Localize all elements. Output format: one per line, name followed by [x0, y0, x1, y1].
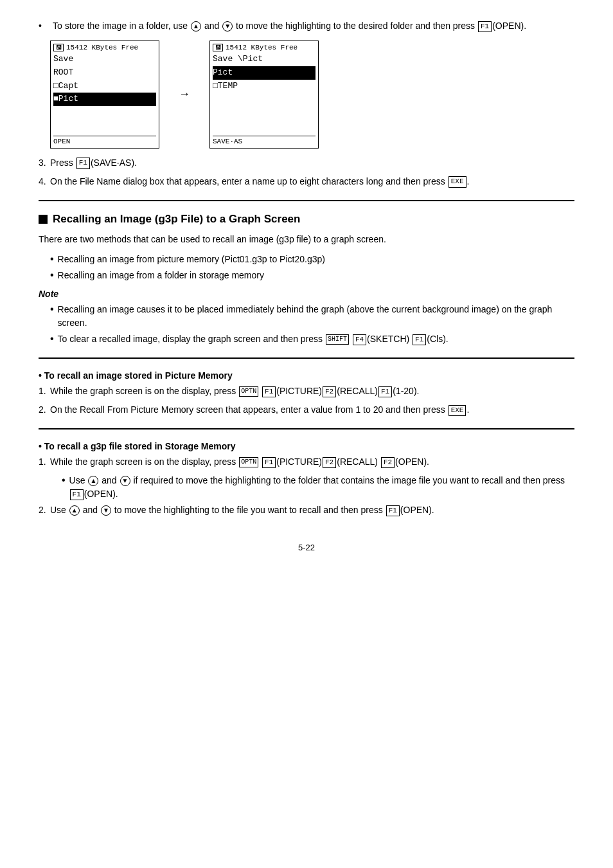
f2-key-recall1: F2 — [323, 386, 336, 397]
note-bullet-2: • — [50, 332, 54, 346]
down-arrow-sub2-2: ▼ — [101, 505, 111, 516]
f1-key-pic1: F1 — [262, 386, 276, 397]
sub2-step-1-sub-text: Use ▲ and ▼ if required to move the high… — [69, 474, 574, 501]
right-row-2: □TEMP — [213, 80, 315, 93]
section-body: There are two methods that can be used t… — [39, 232, 574, 246]
right-screen-header-text: 15412 KBytes Free — [226, 44, 298, 51]
sub1-step-2-num: 2. — [39, 403, 50, 417]
left-row-5 — [53, 120, 156, 133]
sub1-step-1-text: While the graph screen is on the display… — [50, 384, 574, 398]
sub2-step-1-num: 1. — [39, 455, 50, 469]
sub2-step-2-text: Use ▲ and ▼ to move the highlighting to … — [50, 503, 574, 517]
f1-key-sub2-2: F1 — [386, 505, 400, 516]
f2-key-open: F2 — [381, 457, 395, 468]
subsection2-heading: • To recall a g3p file stored in Storage… — [39, 441, 574, 451]
step-3: 3. Press F1(SAVE·AS). — [39, 156, 574, 170]
left-row-2: □Capt — [53, 80, 156, 93]
bullet-dot: • — [39, 19, 50, 33]
bullet-dot-2: • — [50, 269, 54, 282]
section-title: Recalling an Image (g3p File) to a Graph… — [53, 213, 300, 226]
f4-key: F4 — [353, 334, 366, 345]
right-screen-footer: SAVE·AS — [213, 136, 315, 145]
left-screen-header-text: 15412 KBytes Free — [66, 44, 138, 51]
up-arrow-icon: ▲ — [191, 21, 201, 32]
step-3-num: 3. — [39, 156, 50, 170]
screen-icon-right: 🖫 — [213, 44, 223, 51]
sub1-step-1-num: 1. — [39, 384, 50, 398]
down-arrow-sub2: ▼ — [120, 476, 130, 486]
section-heading: Recalling an Image (g3p File) to a Graph… — [39, 213, 574, 226]
left-screen: 🖫 15412 KBytes Free Save ROOT □Capt ■Pic… — [50, 41, 159, 149]
down-arrow-icon: ▼ — [222, 21, 233, 32]
optn-key-1: OPTN — [239, 386, 258, 397]
exe-key-step4: EXE — [449, 176, 466, 187]
f1-key-sub2: F1 — [70, 489, 84, 500]
f1-key: F1 — [478, 21, 492, 32]
f1-key-120: F1 — [378, 386, 392, 397]
page-content: • To store the image in a folder, use ▲ … — [39, 19, 574, 552]
sub1-step-1: 1. While the graph screen is on the disp… — [39, 384, 574, 398]
f1-key-pic2: F1 — [262, 457, 276, 468]
left-screen-header: 🖫 15412 KBytes Free — [53, 44, 156, 51]
sub2-step-1-sub: • Use ▲ and ▼ if required to move the hi… — [62, 474, 574, 501]
left-row-4 — [53, 106, 156, 120]
note-item-1-text: Recalling an image causes it to be place… — [58, 303, 574, 330]
arrow-symbol: → — [179, 87, 190, 101]
section-divider-3 — [39, 428, 574, 429]
note-item-2: • To clear a recalled image, display the… — [50, 332, 574, 346]
left-screen-footer: OPEN — [53, 136, 156, 145]
right-row-5 — [213, 120, 315, 133]
page-number: 5-22 — [39, 543, 574, 552]
up-arrow-sub2-2: ▲ — [69, 505, 80, 516]
sub2-step-1-text: While the graph screen is on the display… — [50, 455, 574, 469]
up-arrow-sub2: ▲ — [88, 476, 98, 486]
section-divider-1 — [39, 200, 574, 201]
intro-bullet-text: To store the image in a folder, use ▲ an… — [53, 19, 574, 33]
subsection1-heading: • To recall an image stored in Picture M… — [39, 370, 574, 381]
section-bullet-2-text: Recalling an image from a folder in stor… — [58, 269, 264, 282]
note-label: Note — [39, 289, 574, 299]
sub2-step-2: 2. Use ▲ and ▼ to move the highlighting … — [39, 503, 574, 517]
intro-bullet: • To store the image in a folder, use ▲ … — [39, 19, 574, 33]
sub2-step-2-num: 2. — [39, 503, 50, 517]
sub2-sub-bullet-dot: • — [62, 474, 66, 501]
left-screen-body: Save ROOT □Capt ■Pict — [53, 53, 156, 133]
note-bullet-1: • — [50, 303, 54, 330]
right-row-0: Save \Pict — [213, 53, 315, 66]
right-screen-header: 🖫 15412 KBytes Free — [213, 44, 315, 51]
f2-key-recall2: F2 — [323, 457, 336, 468]
f1-key-step3: F1 — [76, 158, 90, 168]
step-3-text: Press F1(SAVE·AS). — [50, 156, 574, 170]
bullet-dot-1: • — [50, 253, 54, 266]
section-bullet-2: • Recalling an image from a folder in st… — [50, 269, 574, 282]
right-row-1: Pict — [213, 66, 315, 80]
note-item-2-text: To clear a recalled image, display the g… — [58, 332, 449, 346]
right-screen-body: Save \Pict Pict □TEMP — [213, 53, 315, 133]
note-item-1: • Recalling an image causes it to be pla… — [50, 303, 574, 330]
section-bullet-1-text: Recalling an image from picture memory (… — [58, 253, 325, 266]
section-bullet-1: • Recalling an image from picture memory… — [50, 253, 574, 266]
left-row-0: Save — [53, 53, 156, 66]
left-row-1: ROOT — [53, 66, 156, 80]
sub1-step-2: 2. On the Recall From Picture Memory scr… — [39, 403, 574, 417]
right-screen: 🖫 15412 KBytes Free Save \Pict Pict □TEM… — [209, 41, 319, 149]
screenshot-row: 🖫 15412 KBytes Free Save ROOT □Capt ■Pic… — [50, 41, 574, 149]
left-row-3: ■Pict — [53, 93, 156, 106]
f1-key-cls: F1 — [413, 334, 426, 345]
right-row-4 — [213, 106, 315, 120]
section-heading-box — [39, 215, 48, 224]
sub1-step-2-text: On the Recall From Picture Memory screen… — [50, 403, 574, 417]
exe-key-sub1: EXE — [449, 405, 466, 416]
step-4-text: On the File Name dialog box that appears… — [50, 175, 574, 188]
section-divider-2 — [39, 357, 574, 359]
right-row-3 — [213, 93, 315, 106]
optn-key-2: OPTN — [239, 457, 258, 467]
shift-key: SHIFT — [326, 334, 349, 345]
step-4: 4. On the File Name dialog box that appe… — [39, 175, 574, 188]
screen-icon-left: 🖫 — [53, 44, 64, 51]
step-4-num: 4. — [39, 175, 50, 188]
sub2-step-1: 1. While the graph screen is on the disp… — [39, 455, 574, 469]
